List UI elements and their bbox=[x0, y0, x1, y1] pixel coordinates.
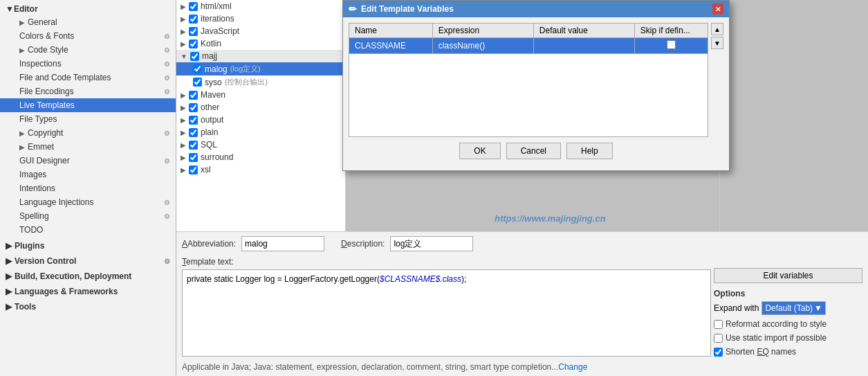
sidebar-item-general[interactable]: ▶ General bbox=[0, 15, 176, 29]
sidebar-item-todo[interactable]: TODO bbox=[0, 223, 176, 237]
modal-close-button[interactable]: ✕ bbox=[712, 3, 723, 15]
sidebar-item-colors-fonts[interactable]: Colors & Fonts ⚙ bbox=[0, 29, 176, 43]
plugins-label: Plugins bbox=[15, 241, 44, 251]
change-link[interactable]: Change bbox=[558, 362, 587, 372]
sidebar-item-gui-designer[interactable]: GUI Designer ⚙ bbox=[0, 154, 176, 168]
list-item[interactable]: ▶ html/xml bbox=[176, 0, 345, 12]
version-control-section-header[interactable]: ▶ Version Control ⚙ bbox=[0, 252, 176, 267]
sidebar-item-inspections[interactable]: Inspections ⚙ bbox=[0, 57, 176, 71]
skip-checkbox[interactable] bbox=[667, 40, 676, 49]
template-checkbox[interactable] bbox=[190, 52, 199, 61]
editor-section-header[interactable]: ▼ Editor bbox=[0, 0, 176, 15]
description-input[interactable] bbox=[390, 236, 473, 251]
cancel-button[interactable]: Cancel bbox=[506, 143, 561, 159]
expand-with-label: Expand with bbox=[714, 303, 759, 313]
template-checkbox[interactable] bbox=[189, 15, 198, 24]
template-checkbox[interactable] bbox=[189, 91, 198, 100]
list-arrow-icon: ▶ bbox=[181, 141, 186, 149]
edit-variables-button[interactable]: Edit variables bbox=[714, 268, 862, 283]
list-item[interactable]: ▶ JavaScript bbox=[176, 25, 345, 37]
list-arrow-icon: ▶ bbox=[181, 154, 186, 161]
col-header-expression: Expression bbox=[432, 24, 533, 38]
modal-empty-area bbox=[349, 54, 708, 137]
sidebar-item-emmet[interactable]: ▶ Emmet bbox=[0, 140, 176, 154]
dropdown-arrow-icon: ▼ bbox=[814, 303, 822, 313]
sidebar-item-label: GUI Designer bbox=[19, 156, 70, 165]
detail-right-panel bbox=[719, 0, 868, 231]
gear-icon: ⚙ bbox=[164, 46, 170, 54]
sidebar-item-label: Colors & Fonts bbox=[19, 31, 74, 41]
languages-section-header[interactable]: ▶ Languages & Frameworks bbox=[0, 283, 176, 298]
template-checkbox[interactable] bbox=[189, 165, 198, 174]
template-code-editor[interactable]: private static Logger log = LoggerFactor… bbox=[182, 269, 711, 357]
list-arrow-icon: ▶ bbox=[181, 104, 186, 111]
list-item[interactable]: syso (控制台输出) bbox=[176, 75, 345, 89]
list-item[interactable]: malog (log定义) bbox=[176, 62, 345, 75]
sidebar-item-file-encodings[interactable]: File Encodings ⚙ bbox=[0, 84, 176, 98]
abbreviation-input[interactable] bbox=[241, 236, 324, 251]
template-checkbox[interactable] bbox=[189, 27, 198, 36]
editor-arrow-icon: ▼ bbox=[6, 4, 14, 14]
tools-section-header[interactable]: ▶ Tools bbox=[0, 298, 176, 313]
move-down-button[interactable]: ▼ bbox=[711, 37, 723, 49]
reformat-checkbox[interactable] bbox=[714, 320, 723, 329]
lower-row: AAbbreviation: Description: Template tex… bbox=[176, 231, 868, 376]
list-item[interactable]: ▶ Maven bbox=[176, 89, 345, 101]
template-checkbox[interactable] bbox=[189, 141, 198, 150]
code-suffix: ); bbox=[461, 274, 466, 284]
list-item[interactable]: ▶ SQL bbox=[176, 138, 345, 151]
template-checkbox[interactable] bbox=[189, 103, 198, 112]
build-section-header[interactable]: ▶ Build, Execution, Deployment bbox=[0, 267, 176, 283]
general-arrow-icon: ▶ bbox=[19, 19, 25, 26]
sidebar-item-live-templates[interactable]: Live Templates bbox=[0, 98, 176, 112]
expand-with-dropdown[interactable]: Default (Tab) ▼ bbox=[761, 301, 826, 315]
list-item[interactable]: ▶ xsl bbox=[176, 163, 345, 176]
col-header-skip: Skip if defin... bbox=[634, 24, 708, 38]
sidebar-item-images[interactable]: Images bbox=[0, 168, 176, 181]
sidebar-item-file-types[interactable]: File Types bbox=[0, 112, 176, 126]
modal-arrows: ▲ ▼ bbox=[711, 23, 723, 49]
sidebar-item-code-style[interactable]: ▶ Code Style ⚙ bbox=[0, 43, 176, 57]
sidebar-item-copyright[interactable]: ▶ Copyright ⚙ bbox=[0, 126, 176, 140]
sidebar-item-label: Inspections bbox=[19, 59, 62, 69]
table-row[interactable]: CLASSNAME className() bbox=[349, 38, 708, 54]
template-checkbox[interactable] bbox=[193, 78, 202, 87]
list-item[interactable]: ▶ other bbox=[176, 101, 345, 114]
move-up-button[interactable]: ▲ bbox=[711, 23, 723, 35]
template-checkbox[interactable] bbox=[189, 39, 198, 48]
vc-label: Version Control bbox=[15, 256, 76, 266]
sidebar-item-intentions[interactable]: Intentions bbox=[0, 181, 176, 195]
ok-button[interactable]: OK bbox=[459, 143, 500, 159]
list-item[interactable]: ▶ surround bbox=[176, 151, 345, 163]
gear-icon: ⚙ bbox=[164, 74, 170, 82]
static-import-checkbox[interactable] bbox=[714, 334, 723, 343]
list-arrow-icon: ▶ bbox=[181, 91, 186, 99]
sidebar-item-lang-injections[interactable]: Language Injections ⚙ bbox=[0, 195, 176, 209]
editor-section-label: Editor bbox=[14, 4, 38, 14]
cell-expression: className() bbox=[432, 38, 533, 54]
expand-with-value: Default (Tab) bbox=[765, 303, 813, 313]
sidebar-item-file-code-templates[interactable]: File and Code Templates ⚙ bbox=[0, 71, 176, 84]
template-checkbox[interactable] bbox=[189, 2, 198, 11]
template-checkbox[interactable] bbox=[193, 64, 202, 73]
list-item[interactable]: ▶ Kotlin bbox=[176, 37, 345, 50]
list-item[interactable]: ▶ output bbox=[176, 114, 345, 126]
help-button[interactable]: Help bbox=[566, 143, 613, 159]
cell-name: CLASSNAME bbox=[349, 38, 433, 54]
list-item[interactable]: ▼ majj bbox=[176, 50, 345, 62]
modal-icon: ✏ bbox=[349, 3, 357, 15]
template-checkbox[interactable] bbox=[189, 128, 198, 137]
plugins-section-header[interactable]: ▶ Plugins bbox=[0, 237, 176, 252]
list-arrow-icon: ▶ bbox=[181, 116, 186, 124]
list-item[interactable]: ▶ plain bbox=[176, 126, 345, 138]
sidebar-item-label: Images bbox=[19, 170, 46, 179]
template-checkbox[interactable] bbox=[189, 116, 198, 125]
build-label: Build, Execution, Deployment bbox=[15, 271, 131, 281]
template-item-label: Kotlin bbox=[201, 39, 221, 48]
template-checkbox[interactable] bbox=[189, 153, 198, 162]
list-item[interactable]: ▶ iterations bbox=[176, 12, 345, 25]
sidebar-item-spelling[interactable]: Spelling ⚙ bbox=[0, 209, 176, 223]
static-import-label: Use static import if possible bbox=[726, 333, 827, 343]
shorten-eq-checkbox[interactable] bbox=[714, 348, 723, 357]
list-arrow-icon: ▶ bbox=[181, 3, 186, 10]
